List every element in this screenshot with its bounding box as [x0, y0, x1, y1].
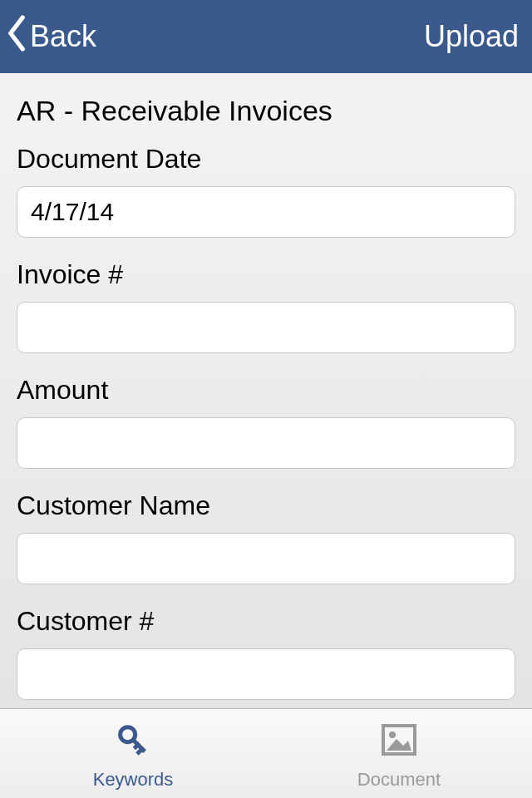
customer-name-input[interactable]: [17, 533, 515, 584]
back-label: Back: [30, 19, 96, 54]
amount-label: Amount: [17, 375, 515, 406]
tab-document[interactable]: Document: [266, 709, 532, 798]
upload-label: Upload: [424, 19, 519, 53]
customer-name-label: Customer Name: [17, 490, 515, 521]
customer-number-label: Customer #: [17, 606, 515, 637]
tab-document-label: Document: [357, 769, 441, 791]
svg-marker-6: [387, 739, 411, 751]
tab-keywords[interactable]: Keywords: [0, 709, 266, 798]
form-content: AR - Receivable Invoices Document Date I…: [0, 73, 532, 708]
tab-bar: Keywords Document: [0, 708, 532, 798]
invoice-number-label: Invoice #: [17, 259, 515, 290]
tab-keywords-label: Keywords: [93, 769, 174, 791]
svg-point-5: [389, 732, 396, 738]
field-invoice-number: Invoice #: [17, 259, 515, 353]
key-icon: [111, 717, 155, 766]
field-document-date: Document Date: [17, 144, 515, 238]
document-date-label: Document Date: [17, 144, 515, 175]
amount-input[interactable]: [17, 417, 515, 469]
image-icon: [377, 717, 421, 766]
upload-button[interactable]: Upload: [424, 19, 519, 54]
page-title: AR - Receivable Invoices: [17, 73, 515, 144]
field-amount: Amount: [17, 375, 515, 469]
chevron-left-icon: [5, 15, 28, 59]
field-customer-name: Customer Name: [17, 490, 515, 584]
field-customer-number: Customer #: [17, 606, 515, 700]
document-date-input[interactable]: [17, 186, 515, 238]
customer-number-input[interactable]: [17, 648, 515, 700]
invoice-number-input[interactable]: [17, 302, 515, 353]
nav-header: Back Upload: [0, 0, 532, 73]
back-button[interactable]: Back: [5, 15, 96, 59]
